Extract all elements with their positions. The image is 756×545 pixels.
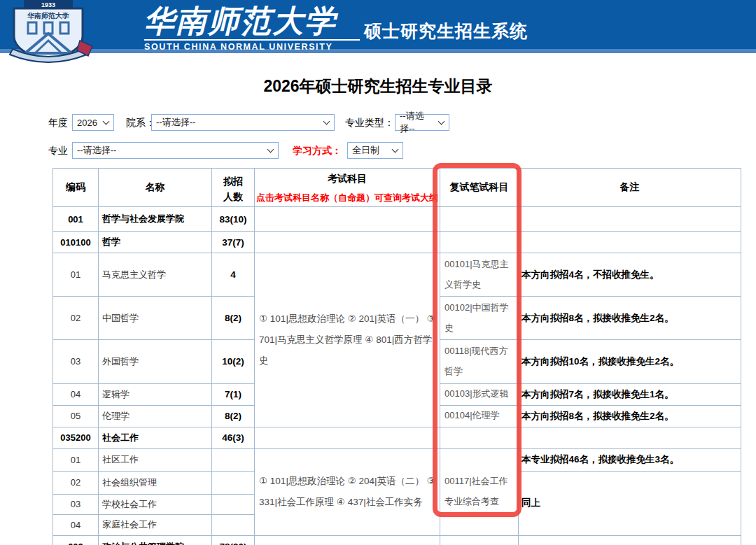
system-name: 硕士研究生招生系统	[364, 20, 528, 43]
cell-exam	[255, 427, 440, 448]
header-remark: 备注	[519, 169, 741, 207]
cell-retest	[440, 427, 519, 448]
cell-quota: 8(2)	[212, 297, 255, 340]
cell-code: 03	[53, 340, 99, 383]
cell-quota: 78(30)	[212, 535, 255, 545]
cell-name: 社会工作	[99, 427, 212, 448]
cell-quota: 4	[212, 253, 255, 297]
cell-retest: 00102|中国哲学史	[440, 297, 519, 340]
year-select-value: 2026	[77, 118, 97, 128]
university-logo-crest: 1933 华南师范大学	[4, 0, 134, 63]
table-header-row: 编码 名称 拟招 人数 考试科目 点击考试科目名称（自命题）可查询考试大纲 复试…	[53, 169, 741, 207]
major-type-select[interactable]: --请选择--	[395, 114, 449, 131]
cell-quota: 10(2)	[212, 340, 255, 383]
cell-exam	[255, 207, 440, 232]
cell-code: 002	[53, 535, 99, 545]
cell-remark: 本方向拟招7名，拟接收推免生1名。	[519, 383, 741, 405]
header-quota: 拟招 人数	[212, 169, 255, 207]
table-row: 01 社区工作 ① 101|思想政治理论 ② 204|英语（二） ③ 331|社…	[53, 448, 741, 471]
cell-retest	[440, 535, 519, 545]
header-quota-line1: 拟招	[212, 176, 254, 188]
major-type-select-value: --请选择--	[400, 110, 433, 135]
department-select-value: --请选择--	[156, 116, 195, 129]
cell-name: 马克思主义哲学	[99, 253, 212, 297]
cell-remark: 本方向拟招8名，拟接收推免生2名。	[519, 297, 741, 340]
cell-code: 02	[53, 297, 99, 340]
cell-name: 哲学	[99, 232, 212, 253]
cell-remark	[519, 207, 741, 232]
cell-remark: 本专业拟招46名，拟接收推免生3名。	[519, 448, 741, 471]
chevron-down-icon	[438, 118, 445, 125]
university-name-cn: 华南师范大学	[144, 1, 374, 41]
study-mode-select-value: 全日制	[352, 144, 379, 157]
cell-remark: 本方向拟招8名，拟接收推免生2名。	[519, 405, 741, 427]
cell-name: 学校社会工作	[99, 494, 212, 514]
cell-code: 05	[53, 405, 99, 427]
cell-exam-social-work[interactable]: ① 101|思想政治理论 ② 204|英语（二） ③ 331|社会工作原理 ④ …	[255, 448, 440, 535]
cell-name: 家庭社会工作	[99, 514, 212, 535]
department-select[interactable]: --请选择--	[151, 114, 335, 131]
cell-remark	[519, 427, 741, 448]
table-row: 035200 社会工作 46(3)	[53, 427, 741, 448]
cell-quota	[212, 514, 255, 535]
table-row: 002 政治与公共管理学院 78(30)	[53, 535, 741, 545]
cell-code: 01	[53, 448, 99, 471]
major-select-value: --请选择--	[77, 144, 116, 157]
cell-retest	[440, 207, 519, 232]
table-row: 01 马克思主义哲学 4 ① 101|思想政治理论 ② 201|英语（一） ③ …	[53, 253, 741, 297]
cell-remark	[519, 535, 741, 545]
cell-remark: 本方向拟招4名，不招收推免生。	[519, 253, 741, 297]
cell-name: 中国哲学	[99, 297, 212, 340]
page: 1933 华南师范大学 华南师范大学 硕士研究生招生系统 SOUTH CHINA…	[0, 0, 756, 545]
cell-code: 001	[53, 207, 99, 232]
table-row: 001 哲学与社会发展学院 83(10)	[53, 207, 741, 232]
major-type-label: 专业类型：	[345, 114, 394, 131]
cell-exam-philosophy[interactable]: ① 101|思想政治理论 ② 201|英语（一） ③ 701|马克思主义哲学原理…	[255, 253, 440, 427]
cell-remark-ditto: 同上	[519, 471, 741, 535]
cell-retest: 00101|马克思主义哲学史	[440, 253, 519, 297]
cell-code: 035200	[53, 427, 99, 448]
logo-caption: 华南师范大学	[27, 12, 69, 20]
chevron-down-icon	[103, 118, 110, 125]
chevron-down-icon	[392, 146, 399, 153]
cell-retest	[440, 232, 519, 253]
cell-name: 伦理学	[99, 405, 212, 427]
cell-quota: 7(1)	[212, 383, 255, 405]
header-exam-note: 点击考试科目名称（自命题）可查询考试大纲	[255, 192, 440, 204]
chevron-down-icon	[267, 146, 274, 153]
header-code: 编码	[53, 169, 99, 207]
cell-retest: 00103|形式逻辑	[440, 383, 519, 405]
chevron-down-icon	[323, 118, 330, 125]
cell-retest-social-work: 00117|社会工作专业综合考查	[440, 448, 519, 535]
cell-code: 03	[53, 494, 99, 514]
cell-quota	[212, 494, 255, 514]
cell-name: 哲学与社会发展学院	[99, 207, 212, 232]
cell-remark: 本方向拟招10名，拟接收推免生2名。	[519, 340, 741, 383]
cell-quota: 8(2)	[212, 405, 255, 427]
cell-remark	[519, 232, 741, 253]
cell-retest: 00118|现代西方哲学	[440, 340, 519, 383]
cell-quota: 46(3)	[212, 427, 255, 448]
cell-name: 政治与公共管理学院	[99, 535, 212, 545]
cell-name: 社区工作	[99, 448, 212, 471]
page-title: 2026年硕士研究生招生专业目录	[0, 76, 756, 97]
cell-name: 社会组织管理	[99, 471, 212, 494]
university-name-en: SOUTH CHINA NORMAL UNIVERSITY	[144, 42, 332, 52]
cell-name: 逻辑学	[99, 383, 212, 405]
cell-quota: 37(7)	[212, 232, 255, 253]
banner-rule	[144, 39, 360, 41]
cell-exam	[255, 535, 440, 545]
header-exam: 考试科目 点击考试科目名称（自命题）可查询考试大纲	[255, 169, 440, 207]
study-mode-label: 学习方式：	[293, 142, 342, 159]
header-quota-line2: 人数	[212, 191, 254, 204]
major-select[interactable]: --请选择--	[72, 142, 279, 159]
cell-quota: 83(10)	[212, 207, 255, 232]
table-row: 010100 哲学 37(7)	[53, 232, 741, 253]
study-mode-select[interactable]: 全日制	[347, 142, 403, 159]
header-banner: 1933 华南师范大学 华南师范大学 硕士研究生招生系统 SOUTH CHINA…	[0, 0, 756, 53]
cell-quota	[212, 471, 255, 494]
cell-quota	[212, 448, 255, 471]
year-select[interactable]: 2026	[72, 114, 114, 131]
cell-retest: 00104|伦理学	[440, 405, 519, 427]
cell-code: 01	[53, 253, 99, 297]
